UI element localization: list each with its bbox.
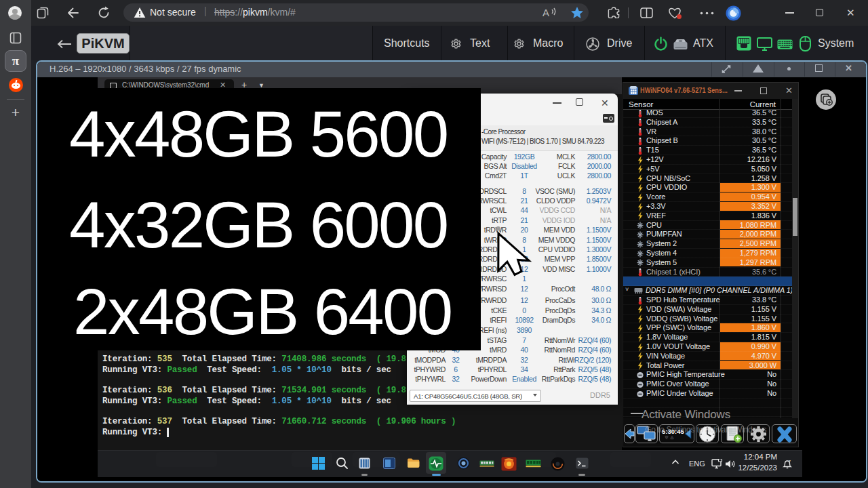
svg-text:z: z: [789, 459, 791, 463]
svg-text:A: A: [542, 7, 549, 18]
